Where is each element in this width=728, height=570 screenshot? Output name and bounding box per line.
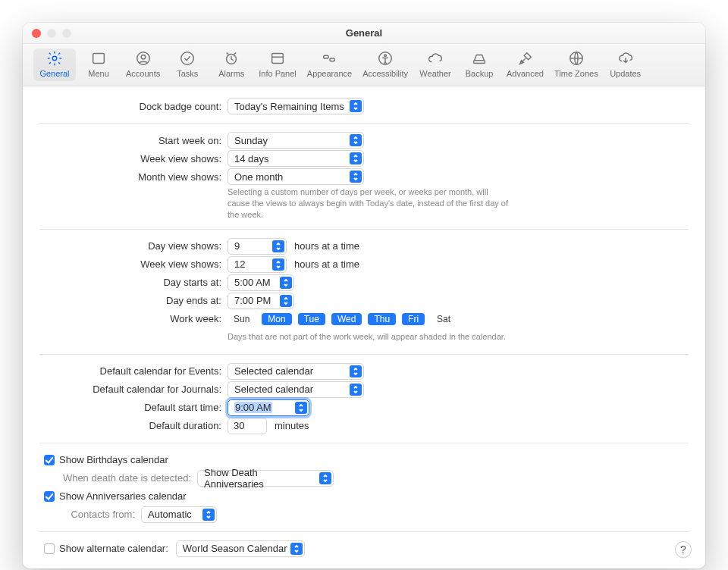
content: Dock badge count: Today's Remaining Item… [23, 86, 705, 568]
death-detected-select[interactable]: Show Death Anniversaries [197, 470, 334, 487]
hours-at-a-time: hours at a time [294, 258, 359, 270]
dock-badge-value: Today's Remaining Items [234, 101, 344, 112]
day-mon[interactable]: Mon [262, 313, 291, 325]
day-fri[interactable]: Fri [402, 313, 425, 325]
tab-label: Advanced [507, 69, 544, 78]
tab-label: Accounts [126, 69, 160, 78]
tab-label: Appearance [307, 69, 352, 78]
show-alternate-calendar-checkbox[interactable] [44, 543, 55, 554]
tab-weather[interactable]: Weather [414, 49, 457, 81]
day-ends-select[interactable]: 7:00 PM [228, 293, 294, 309]
default-cal-journals-select[interactable]: Selected calendar [228, 381, 364, 398]
tab-general[interactable]: General [33, 49, 76, 81]
day-starts-label: Day starts at: [39, 277, 228, 288]
dock-badge-select[interactable]: Today's Remaining Items [228, 98, 364, 114]
week-view-hours-label: Week view shows: [39, 258, 228, 270]
globe-icon [568, 50, 585, 67]
day-starts-select[interactable]: 5:00 AM [228, 274, 294, 291]
death-detected-value: Show Death Anniversaries [204, 467, 316, 490]
tab-time-zones[interactable]: Time Zones [550, 49, 603, 81]
tab-label: Menu [88, 69, 109, 78]
close-window-button[interactable] [32, 29, 41, 38]
default-duration-label: Default duration: [39, 420, 228, 431]
custom-days-help: Selecting a custom number of days per we… [228, 186, 508, 221]
month-view-shows-label: Month view shows: [39, 171, 228, 183]
default-start-time-field[interactable]: 9:00 AM [228, 399, 309, 416]
day-view-hours-value: 9 [234, 240, 240, 252]
tab-advanced[interactable]: Advanced [502, 49, 548, 81]
start-week-value: Sunday [234, 135, 268, 146]
appearance-icon [321, 50, 337, 67]
tab-appearance[interactable]: Appearance [303, 49, 356, 81]
day-wed[interactable]: Wed [331, 313, 362, 325]
show-anniversaries-checkbox[interactable] [44, 491, 55, 502]
chevron-updown-icon [272, 240, 284, 252]
minimize-window-button[interactable] [47, 29, 56, 38]
month-view-shows-select[interactable]: One month [228, 168, 364, 185]
drive-icon [471, 50, 488, 67]
contacts-from-select[interactable]: Automatic [141, 506, 217, 523]
alternate-calendar-select[interactable]: World Season Calendar [176, 540, 305, 557]
default-start-time-label: Default start time: [39, 402, 228, 413]
day-thu[interactable]: Thu [368, 313, 396, 325]
day-tue[interactable]: Tue [298, 313, 325, 325]
tab-accounts[interactable]: Accounts [121, 49, 165, 81]
day-ends-label: Day ends at: [39, 295, 228, 306]
svg-point-0 [52, 56, 57, 61]
tab-menu[interactable]: Menu [77, 49, 120, 81]
svg-rect-8 [324, 55, 328, 58]
default-cal-events-select[interactable]: Selected calendar [228, 363, 364, 380]
day-starts-value: 5:00 AM [234, 277, 271, 288]
day-sun[interactable]: Sun [228, 313, 256, 325]
tab-alarms[interactable]: Alarms [210, 49, 253, 81]
panel-icon [269, 50, 286, 67]
default-duration-input[interactable] [228, 418, 267, 434]
titlebar: General [23, 23, 705, 44]
alarm-icon [223, 50, 240, 67]
tab-label: Info Panel [259, 69, 297, 78]
tab-label: Backup [466, 69, 494, 78]
show-birthdays-checkbox[interactable] [44, 455, 55, 465]
svg-rect-1 [93, 54, 105, 64]
default-cal-journals-value: Selected calendar [234, 384, 313, 395]
tab-label: Alarms [218, 69, 244, 78]
chevron-updown-icon [350, 100, 362, 112]
tab-info-panel[interactable]: Info Panel [254, 49, 301, 81]
tab-accessibility[interactable]: Accessibility [358, 49, 413, 81]
work-week-help: Days that are not part of the work week,… [228, 331, 506, 343]
minutes-label: minutes [275, 420, 309, 431]
svg-rect-6 [272, 54, 284, 64]
tab-backup[interactable]: Backup [458, 49, 500, 81]
week-view-hours-value: 12 [234, 258, 245, 270]
chevron-updown-icon [280, 295, 292, 307]
user-icon [135, 50, 152, 67]
week-view-shows-label: Week view shows: [39, 153, 228, 164]
tab-updates[interactable]: Updates [604, 49, 647, 81]
tab-label: General [39, 69, 69, 78]
work-week-days: Sun Mon Tue Wed Thu Fri Sat [228, 313, 457, 325]
svg-point-4 [181, 52, 194, 65]
zoom-window-button[interactable] [62, 29, 71, 38]
day-sat[interactable]: Sat [431, 313, 457, 325]
default-cal-events-value: Selected calendar [234, 365, 313, 377]
week-view-hours-stepper[interactable]: 12 [228, 256, 287, 273]
show-alternate-calendar-label: Show alternate calendar: [59, 543, 168, 554]
chevron-updown-icon [272, 258, 284, 271]
menu-icon [90, 50, 107, 67]
chevron-updown-icon [350, 384, 362, 396]
cloud-icon [427, 50, 444, 67]
tools-icon [517, 50, 534, 67]
chevron-updown-icon [350, 365, 362, 377]
help-button[interactable]: ? [675, 541, 692, 558]
day-view-hours-stepper[interactable]: 9 [228, 238, 287, 255]
start-week-label: Start week on: [39, 135, 228, 146]
start-week-select[interactable]: Sunday [228, 132, 364, 149]
week-view-shows-select[interactable]: 14 days [228, 150, 364, 167]
chevron-updown-icon [350, 152, 362, 164]
contacts-from-value: Automatic [148, 509, 192, 520]
day-ends-value: 7:00 PM [234, 295, 271, 306]
window-title: General [346, 27, 382, 39]
tab-tasks[interactable]: Tasks [166, 49, 209, 81]
chevron-updown-icon [350, 134, 362, 146]
death-detected-label: When death date is detected: [59, 472, 197, 484]
